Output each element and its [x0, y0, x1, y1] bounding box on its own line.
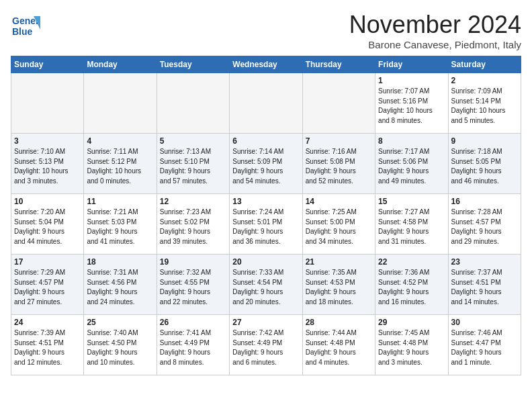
day-number: 24	[14, 318, 81, 327]
calendar-cell	[11, 73, 84, 134]
day-number: 21	[306, 257, 372, 267]
day-info: Sunrise: 7:23 AM Sunset: 5:02 PM Dayligh…	[160, 208, 226, 246]
calendar-cell: 25Sunrise: 7:40 AM Sunset: 4:50 PM Dayli…	[84, 315, 157, 375]
weekday-header: Monday	[84, 56, 157, 73]
calendar-week-row: 10Sunrise: 7:20 AM Sunset: 5:04 PM Dayli…	[11, 194, 521, 255]
day-info: Sunrise: 7:40 AM Sunset: 4:50 PM Dayligh…	[87, 328, 153, 367]
calendar-cell: 19Sunrise: 7:32 AM Sunset: 4:55 PM Dayli…	[157, 255, 229, 315]
day-number: 5	[160, 136, 226, 146]
calendar-cell: 20Sunrise: 7:33 AM Sunset: 4:54 PM Dayli…	[230, 255, 302, 315]
calendar-cell: 7Sunrise: 7:16 AM Sunset: 5:08 PM Daylig…	[302, 134, 375, 194]
calendar-cell: 22Sunrise: 7:36 AM Sunset: 4:52 PM Dayli…	[375, 255, 448, 315]
day-info: Sunrise: 7:29 AM Sunset: 4:57 PM Dayligh…	[14, 268, 81, 307]
day-info: Sunrise: 7:16 AM Sunset: 5:08 PM Dayligh…	[306, 147, 372, 186]
day-info: Sunrise: 7:41 AM Sunset: 4:49 PM Dayligh…	[160, 328, 226, 367]
day-info: Sunrise: 7:31 AM Sunset: 4:56 PM Dayligh…	[87, 268, 153, 307]
calendar-cell: 21Sunrise: 7:35 AM Sunset: 4:53 PM Dayli…	[302, 255, 375, 315]
page-header: General Blue November 2024 Barone Canave…	[11, 11, 521, 50]
day-number: 3	[14, 136, 81, 146]
calendar-cell: 10Sunrise: 7:20 AM Sunset: 5:04 PM Dayli…	[11, 194, 84, 255]
calendar-cell: 26Sunrise: 7:41 AM Sunset: 4:49 PM Dayli…	[157, 315, 229, 375]
weekday-header: Tuesday	[157, 56, 229, 73]
day-number: 20	[232, 257, 299, 267]
day-number: 23	[451, 257, 518, 267]
calendar-cell: 5Sunrise: 7:13 AM Sunset: 5:10 PM Daylig…	[157, 134, 229, 194]
day-info: Sunrise: 7:09 AM Sunset: 5:14 PM Dayligh…	[451, 87, 518, 126]
day-number: 10	[14, 197, 81, 206]
calendar-cell	[157, 73, 229, 134]
svg-text:Blue: Blue	[12, 26, 33, 37]
day-info: Sunrise: 7:28 AM Sunset: 4:57 PM Dayligh…	[451, 208, 518, 246]
calendar-cell: 30Sunrise: 7:46 AM Sunset: 4:47 PM Dayli…	[448, 315, 521, 375]
day-number: 2	[451, 76, 518, 85]
calendar-cell	[302, 73, 375, 134]
day-number: 28	[306, 318, 372, 327]
calendar-cell: 6Sunrise: 7:14 AM Sunset: 5:09 PM Daylig…	[230, 134, 302, 194]
day-info: Sunrise: 7:36 AM Sunset: 4:52 PM Dayligh…	[378, 268, 445, 307]
day-info: Sunrise: 7:10 AM Sunset: 5:13 PM Dayligh…	[14, 147, 81, 186]
calendar-week-row: 24Sunrise: 7:39 AM Sunset: 4:51 PM Dayli…	[11, 315, 521, 375]
calendar-cell: 4Sunrise: 7:11 AM Sunset: 5:12 PM Daylig…	[84, 134, 157, 194]
location: Barone Canavese, Piedmont, Italy	[349, 39, 521, 50]
calendar-week-row: 3Sunrise: 7:10 AM Sunset: 5:13 PM Daylig…	[11, 134, 521, 194]
day-number: 29	[378, 318, 445, 327]
calendar-table: SundayMondayTuesdayWednesdayThursdayFrid…	[11, 56, 521, 375]
day-info: Sunrise: 7:32 AM Sunset: 4:55 PM Dayligh…	[160, 268, 226, 307]
weekday-header: Friday	[375, 56, 448, 73]
calendar-cell: 16Sunrise: 7:28 AM Sunset: 4:57 PM Dayli…	[448, 194, 521, 255]
calendar-cell: 18Sunrise: 7:31 AM Sunset: 4:56 PM Dayli…	[84, 255, 157, 315]
calendar-week-row: 1Sunrise: 7:07 AM Sunset: 5:16 PM Daylig…	[11, 73, 521, 134]
day-info: Sunrise: 7:45 AM Sunset: 4:48 PM Dayligh…	[378, 328, 445, 367]
day-number: 6	[232, 136, 299, 146]
day-number: 9	[451, 136, 518, 146]
calendar-cell: 1Sunrise: 7:07 AM Sunset: 5:16 PM Daylig…	[375, 73, 448, 134]
month-title: November 2024	[349, 11, 521, 39]
calendar-cell: 3Sunrise: 7:10 AM Sunset: 5:13 PM Daylig…	[11, 134, 84, 194]
day-info: Sunrise: 7:33 AM Sunset: 4:54 PM Dayligh…	[232, 268, 299, 307]
day-info: Sunrise: 7:42 AM Sunset: 4:49 PM Dayligh…	[232, 328, 299, 367]
day-number: 12	[160, 197, 226, 206]
calendar-cell	[84, 73, 157, 134]
day-number: 4	[87, 136, 153, 146]
day-info: Sunrise: 7:20 AM Sunset: 5:04 PM Dayligh…	[14, 208, 81, 246]
day-info: Sunrise: 7:44 AM Sunset: 4:48 PM Dayligh…	[306, 328, 372, 367]
day-number: 17	[14, 257, 81, 267]
calendar-cell: 27Sunrise: 7:42 AM Sunset: 4:49 PM Dayli…	[230, 315, 302, 375]
weekday-header: Saturday	[448, 56, 521, 73]
calendar-cell: 17Sunrise: 7:29 AM Sunset: 4:57 PM Dayli…	[11, 255, 84, 315]
calendar-week-row: 17Sunrise: 7:29 AM Sunset: 4:57 PM Dayli…	[11, 255, 521, 315]
day-number: 18	[87, 257, 153, 267]
calendar-cell: 13Sunrise: 7:24 AM Sunset: 5:01 PM Dayli…	[230, 194, 302, 255]
calendar-cell: 23Sunrise: 7:37 AM Sunset: 4:51 PM Dayli…	[448, 255, 521, 315]
calendar-cell: 15Sunrise: 7:27 AM Sunset: 4:58 PM Dayli…	[375, 194, 448, 255]
weekday-header: Thursday	[302, 56, 375, 73]
day-number: 7	[306, 136, 372, 146]
weekday-header: Wednesday	[230, 56, 302, 73]
day-info: Sunrise: 7:39 AM Sunset: 4:51 PM Dayligh…	[14, 328, 81, 367]
calendar-cell	[230, 73, 302, 134]
calendar-cell: 9Sunrise: 7:18 AM Sunset: 5:05 PM Daylig…	[448, 134, 521, 194]
day-info: Sunrise: 7:11 AM Sunset: 5:12 PM Dayligh…	[87, 147, 153, 186]
day-info: Sunrise: 7:46 AM Sunset: 4:47 PM Dayligh…	[451, 328, 518, 367]
title-block: November 2024 Barone Canavese, Piedmont,…	[349, 11, 521, 50]
day-number: 14	[306, 197, 372, 206]
day-number: 16	[451, 197, 518, 206]
calendar-cell: 8Sunrise: 7:17 AM Sunset: 5:06 PM Daylig…	[375, 134, 448, 194]
day-number: 26	[160, 318, 226, 327]
calendar-cell: 2Sunrise: 7:09 AM Sunset: 5:14 PM Daylig…	[448, 73, 521, 134]
calendar-cell: 29Sunrise: 7:45 AM Sunset: 4:48 PM Dayli…	[375, 315, 448, 375]
day-info: Sunrise: 7:17 AM Sunset: 5:06 PM Dayligh…	[378, 147, 445, 186]
day-info: Sunrise: 7:18 AM Sunset: 5:05 PM Dayligh…	[451, 147, 518, 186]
day-info: Sunrise: 7:13 AM Sunset: 5:10 PM Dayligh…	[160, 147, 226, 186]
logo-icon: General Blue	[11, 11, 40, 40]
day-number: 13	[232, 197, 299, 206]
day-info: Sunrise: 7:24 AM Sunset: 5:01 PM Dayligh…	[232, 208, 299, 246]
day-info: Sunrise: 7:21 AM Sunset: 5:03 PM Dayligh…	[87, 208, 153, 246]
calendar-cell: 24Sunrise: 7:39 AM Sunset: 4:51 PM Dayli…	[11, 315, 84, 375]
day-number: 30	[451, 318, 518, 327]
day-info: Sunrise: 7:07 AM Sunset: 5:16 PM Dayligh…	[378, 87, 445, 126]
logo: General Blue	[11, 11, 40, 43]
day-number: 1	[378, 76, 445, 85]
day-number: 19	[160, 257, 226, 267]
calendar-cell: 14Sunrise: 7:25 AM Sunset: 5:00 PM Dayli…	[302, 194, 375, 255]
